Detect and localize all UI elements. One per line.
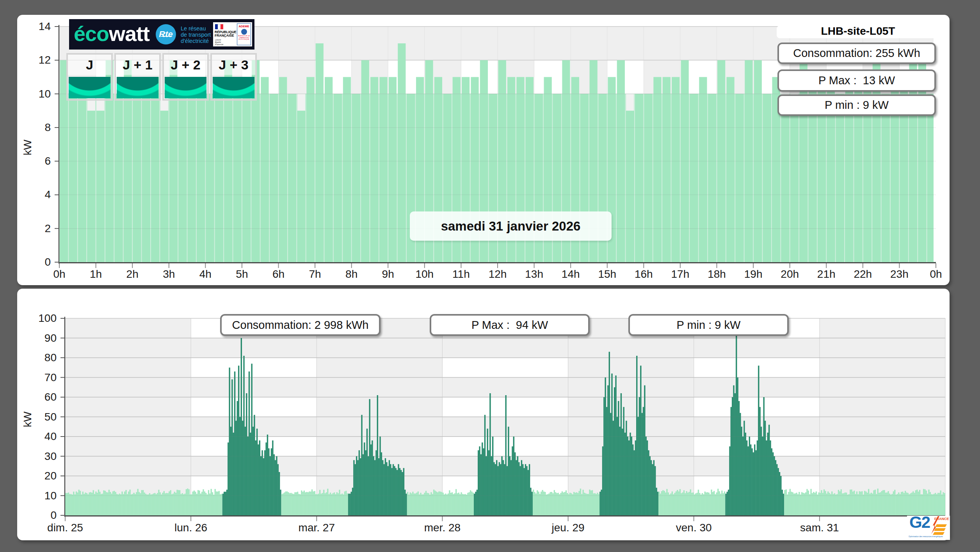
svg-text:ven. 30: ven. 30 [676,522,712,534]
svg-text:14h: 14h [562,268,580,280]
svg-text:50: 50 [44,411,57,423]
svg-text:5h: 5h [236,268,248,280]
svg-text:mer. 28: mer. 28 [424,522,461,534]
svg-text:16h: 16h [635,268,653,280]
svg-text:21h: 21h [817,268,836,280]
svg-text:kW: kW [21,139,34,155]
svg-text:19h: 19h [744,268,763,280]
svg-text:2h: 2h [126,268,139,280]
svg-text:40: 40 [44,430,57,442]
svg-text:12: 12 [39,54,51,66]
svg-text:0h: 0h [53,268,65,280]
svg-text:13h: 13h [525,268,543,280]
svg-text:20: 20 [44,470,57,482]
svg-text:9h: 9h [382,268,394,280]
svg-text:lun. 26: lun. 26 [174,522,207,534]
svg-text:20h: 20h [781,268,799,280]
svg-text:90: 90 [44,332,57,344]
svg-text:80: 80 [44,351,57,364]
svg-text:sam. 31: sam. 31 [800,522,839,534]
svg-text:mar. 27: mar. 27 [299,522,335,534]
svg-text:jeu. 29: jeu. 29 [551,522,585,534]
svg-text:10h: 10h [415,268,434,280]
svg-text:3h: 3h [163,268,175,280]
svg-text:dim. 25: dim. 25 [47,522,83,534]
svg-text:100: 100 [38,312,57,324]
svg-text:7h: 7h [309,268,321,280]
svg-text:4: 4 [44,188,51,201]
svg-text:22h: 22h [854,268,872,280]
svg-text:11h: 11h [452,268,470,280]
svg-text:60: 60 [44,391,57,403]
svg-text:6h: 6h [272,268,285,280]
svg-text:kW: kW [21,411,34,427]
svg-text:30: 30 [44,450,57,462]
svg-text:23h: 23h [890,268,909,280]
svg-text:0: 0 [44,256,51,268]
svg-text:70: 70 [44,371,57,383]
svg-text:14: 14 [39,20,51,32]
svg-text:17h: 17h [671,268,690,280]
svg-text:10: 10 [44,490,57,502]
svg-text:15h: 15h [598,268,616,280]
svg-text:10: 10 [39,88,51,100]
svg-text:12h: 12h [489,268,507,280]
svg-text:18h: 18h [708,268,726,280]
svg-text:8: 8 [44,121,51,133]
svg-text:8h: 8h [345,268,357,280]
svg-text:0h: 0h [930,268,942,280]
svg-text:2: 2 [44,222,51,234]
svg-text:4h: 4h [199,268,212,280]
svg-text:0: 0 [50,509,57,521]
svg-text:1h: 1h [90,268,102,280]
svg-text:6: 6 [44,155,51,167]
